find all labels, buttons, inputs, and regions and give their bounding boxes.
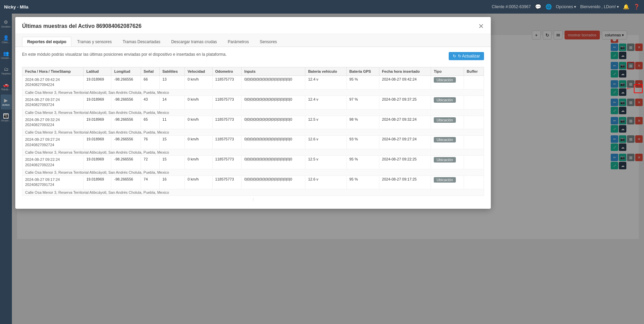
cell-buffer [464, 116, 484, 129]
cell-odometer: 118575773 [212, 136, 242, 149]
cell-lat: 19.018969 [84, 116, 111, 129]
actualizar-button[interactable]: ↻ ↻ Actualizar [449, 52, 484, 60]
cell-address: Calle Osa Menor 3, Reserva Territorial A… [22, 129, 484, 136]
bienvenido-button[interactable]: Bienvenido , LDom! ▾ [580, 4, 619, 9]
cell-timestamp: 2024-08-27 09:17:2420240827091724 [22, 175, 84, 189]
globe-icon[interactable]: 🌐 [545, 4, 552, 10]
usuarios-icon: 👥 [3, 51, 9, 56]
cell-inputs: 0|0|0|0|0|0|0|0|0|0|0|0|0|0|0|0 [242, 156, 305, 169]
table-row: 2024-08-27 09:22:2420240827092224 19.018… [22, 156, 484, 169]
cell-timestamp: 2024-08-27 09:37:2420240827093724 [22, 96, 84, 109]
modal-tabs: Reportes del equipo Tramas y sensores Tr… [15, 34, 491, 47]
cell-bat-vehicle: 12.5 v [305, 116, 346, 129]
activos-icon: ▶ [4, 98, 8, 103]
cell-inputs: 0|0|0|0|0|0|0|0|0|0|0|0|0|0|0|0 [242, 96, 305, 109]
table-address-row: Calle Osa Menor 3, Reserva Territorial A… [22, 189, 484, 195]
sidebar-label-gestion: Gestión [1, 25, 11, 29]
cell-tipo: Ubicación [431, 136, 464, 149]
cell-bat-gps: 98 % [346, 116, 379, 129]
tab-reportes[interactable]: Reportes del equipo [22, 37, 71, 47]
help-icon[interactable]: ❓ [633, 4, 640, 10]
sidebar: ⚙ Gestión 👤 Clien... 👥 Usuari... 🗂 Tarje… [0, 14, 12, 324]
cell-address: Calle Osa Menor 3, Reserva Territorial A… [22, 169, 484, 175]
opciones-button[interactable]: Opciones ▾ [556, 4, 576, 9]
cell-bat-vehicle: 12.4 v [305, 96, 346, 109]
cell-tipo: Ubicación [431, 156, 464, 169]
cell-lat: 19.018969 [84, 136, 111, 149]
tab-descargar-crudas[interactable]: Descargar tramas crudas [166, 37, 222, 47]
th-fecha-insertado: Fecha hora insertado [379, 67, 431, 76]
cell-fecha-insertado: 2024-08-27 09:27:24 [379, 136, 431, 149]
cell-bat-vehicle: 12.6 v [305, 136, 346, 149]
modal-close-button[interactable]: ✕ [478, 22, 484, 30]
cell-buffer [464, 76, 484, 89]
cell-lon: -98.266556 [111, 156, 141, 169]
cell-odometer: 118575773 [212, 175, 242, 189]
cell-signal: 72 [141, 156, 159, 169]
table-row: 2024-08-27 09:42:2420240827094224 19.018… [22, 76, 484, 89]
cell-buffer [464, 175, 484, 189]
table-header-row: Fecha / Hora / TimeStamp Latitud Longitu… [22, 67, 484, 76]
cell-signal: 74 [141, 175, 159, 189]
sidebar-item-equipos[interactable]: 🚗 Equip... [1, 79, 12, 94]
cell-timestamp: 2024-08-27 09:42:2420240827094224 [22, 76, 84, 89]
tab-tramas-descartadas[interactable]: Tramas Descartadas [118, 37, 165, 47]
table-address-row: Calle Osa Menor 3, Reserva Territorial A… [22, 89, 484, 96]
cell-fecha-insertado: 2024-08-27 09:22:25 [379, 156, 431, 169]
sidebar-item-usuarios[interactable]: 👥 Usuari... [1, 48, 12, 63]
message-icon[interactable]: 💬 [535, 4, 541, 10]
th-odometro: Odometro [212, 67, 242, 76]
table-address-row: Calle Osa Menor 3, Reserva Territorial A… [22, 129, 484, 136]
modal-description: En este módulo podrás visualizar las últ… [22, 52, 227, 57]
cell-odometer: 118575773 [212, 156, 242, 169]
actualizar-label: ↻ Actualizar [458, 54, 480, 58]
sidebar-label-equipos: Equip... [1, 88, 11, 91]
table-row: 2024-08-27 09:27:2420240827092724 19.018… [22, 136, 484, 149]
cell-odometer: 118575773 [212, 96, 242, 109]
cell-speed: 0 km/h [185, 175, 212, 189]
cell-lon: -98.266556 [111, 136, 141, 149]
table-address-row: Calle Osa Menor 3, Reserva Territorial A… [22, 149, 484, 156]
th-bat-gps: Batería GPS [346, 67, 379, 76]
brand-title: Nicky - Mlla [4, 4, 29, 10]
cell-tipo: Ubicación [431, 96, 464, 109]
gestion-icon: ⚙ [4, 19, 8, 25]
cell-lat: 19.018969 [84, 76, 111, 89]
cell-speed: 0 km/h [185, 76, 212, 89]
sidebar-item-gestion[interactable]: ⚙ Gestión [1, 16, 12, 31]
cell-lat: 19.018969 [84, 96, 111, 109]
tab-sensores[interactable]: Sensores [255, 37, 282, 47]
cell-lon: -98.266556 [111, 76, 141, 89]
th-latitud: Latitud [84, 67, 111, 76]
sidebar-item-clientes[interactable]: 👤 Clien... [1, 32, 12, 47]
cell-fecha-insertado: 2024-08-27 09:42:24 [379, 76, 431, 89]
scroll-indicator: ⋮ [22, 196, 484, 204]
cell-satellites: 14 [160, 96, 185, 109]
cell-lat: 19.018969 [84, 175, 111, 189]
tab-tramas-sensores[interactable]: Tramas y sensores [72, 37, 117, 47]
sidebar-item-tarjetas[interactable]: 🗂 Tarjetas [1, 63, 12, 78]
cell-signal: 76 [141, 136, 159, 149]
modal-header: Últimas muestras del Activo 869084062087… [15, 17, 491, 34]
cell-odometer: 118575773 [212, 116, 242, 129]
th-senal: Señal [141, 67, 159, 76]
cell-bat-vehicle: 12.4 v [305, 76, 346, 89]
th-tipo: Tipo [431, 67, 464, 76]
sidebar-item-grupos[interactable]: 👨‍👩‍👧 Grupo... [1, 110, 12, 125]
modal-overlay[interactable]: Últimas muestras del Activo 869084062087… [12, 14, 644, 324]
sidebar-item-activos[interactable]: ▶ Activo [1, 95, 12, 109]
th-timestamp: Fecha / Hora / TimeStamp [22, 67, 84, 76]
table-address-row: Calle Osa Menor 3, Reserva Territorial A… [22, 169, 484, 175]
navbar: Nicky - Mlla Cliente #:0052-63967 💬 🌐 Op… [0, 0, 644, 14]
sidebar-label-activos: Activo [2, 104, 10, 107]
navbar-right: Cliente #:0052-63967 💬 🌐 Opciones ▾ Bien… [492, 4, 640, 10]
cell-satellites: 15 [160, 156, 185, 169]
cell-speed: 0 km/h [185, 116, 212, 129]
bell-icon[interactable]: 🔔 [623, 4, 629, 10]
tab-parametros[interactable]: Parámetros [223, 37, 254, 47]
cell-signal: 43 [141, 96, 159, 109]
cell-odometer: 118575773 [212, 76, 242, 89]
sidebar-label-usuarios: Usuari... [1, 57, 11, 60]
grupos-icon: 👨‍👩‍👧 [3, 113, 9, 119]
table-row: 2024-08-27 09:17:2420240827091724 19.018… [22, 175, 484, 189]
